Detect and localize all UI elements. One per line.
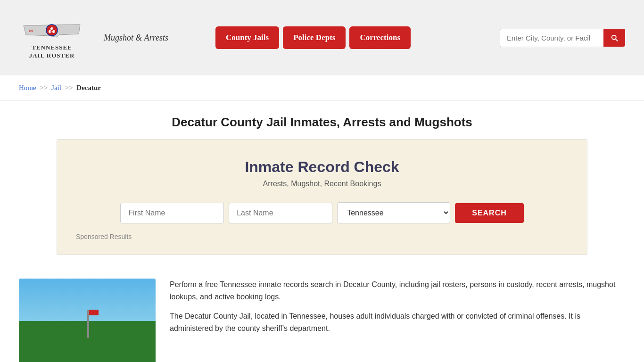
page-title-section: Decatur County Jail Inmates, Arrests and… xyxy=(0,101,644,139)
content-paragraph-1: Perform a free Tennessee inmate records … xyxy=(170,279,625,303)
header-search-area xyxy=(500,29,625,47)
record-search-button[interactable]: SEARCH xyxy=(455,203,524,223)
content-paragraph-2: The Decatur County Jail, located in Tenn… xyxy=(170,310,625,334)
page-title: Decatur County Jail Inmates, Arrests and… xyxy=(19,115,625,130)
nav-buttons-group: County Jails Police Depts Corrections xyxy=(215,26,411,49)
breadcrumb-home-link[interactable]: Home xyxy=(19,84,36,91)
mugshot-arrests-link[interactable]: Mugshot & Arrests xyxy=(104,33,168,43)
county-jails-button[interactable]: County Jails xyxy=(215,26,279,49)
record-check-box: Inmate Record Check Arrests, Mugshot, Re… xyxy=(57,139,587,255)
svg-text:★: ★ xyxy=(51,27,53,30)
header-search-button[interactable] xyxy=(603,29,625,47)
svg-text:★: ★ xyxy=(53,30,55,33)
state-select[interactable]: Tennessee Alabama Alaska Arizona Arkansa… xyxy=(337,202,450,223)
breadcrumb-current: Decatur xyxy=(76,84,101,91)
county-image xyxy=(19,279,156,362)
svg-text:★: ★ xyxy=(50,30,51,33)
record-check-title: Inmate Record Check xyxy=(76,158,568,176)
svg-text:TN: TN xyxy=(28,29,33,33)
record-check-form: Tennessee Alabama Alaska Arizona Arkansa… xyxy=(76,202,568,223)
breadcrumb-jail-link[interactable]: Jail xyxy=(51,84,61,91)
last-name-input[interactable] xyxy=(229,203,332,223)
search-icon xyxy=(610,33,619,42)
corrections-button[interactable]: Corrections xyxy=(349,26,411,49)
content-area: Perform a free Tennessee inmate records … xyxy=(0,269,644,362)
record-check-subtitle: Arrests, Mugshot, Recent Bookings xyxy=(76,180,568,188)
logo-text: TENNESSEE JAIL ROSTER xyxy=(29,44,75,60)
image-flag xyxy=(87,310,89,338)
tennessee-map-logo: ★ ★ ★ TN xyxy=(21,16,83,42)
breadcrumb-sep2: >> xyxy=(65,84,73,91)
site-header: ★ ★ ★ TN TENNESSEE JAIL ROSTER Mugshot &… xyxy=(0,0,644,75)
site-logo[interactable]: ★ ★ ★ TN TENNESSEE JAIL ROSTER xyxy=(19,16,85,60)
sponsored-results-text: Sponsored Results xyxy=(76,233,568,240)
police-depts-button[interactable]: Police Depts xyxy=(283,26,346,49)
header-search-input[interactable] xyxy=(500,29,603,47)
breadcrumb-sep1: >> xyxy=(40,84,48,91)
breadcrumb: Home >> Jail >> Decatur xyxy=(0,75,644,101)
first-name-input[interactable] xyxy=(120,203,224,223)
content-text-area: Perform a free Tennessee inmate records … xyxy=(170,279,625,362)
